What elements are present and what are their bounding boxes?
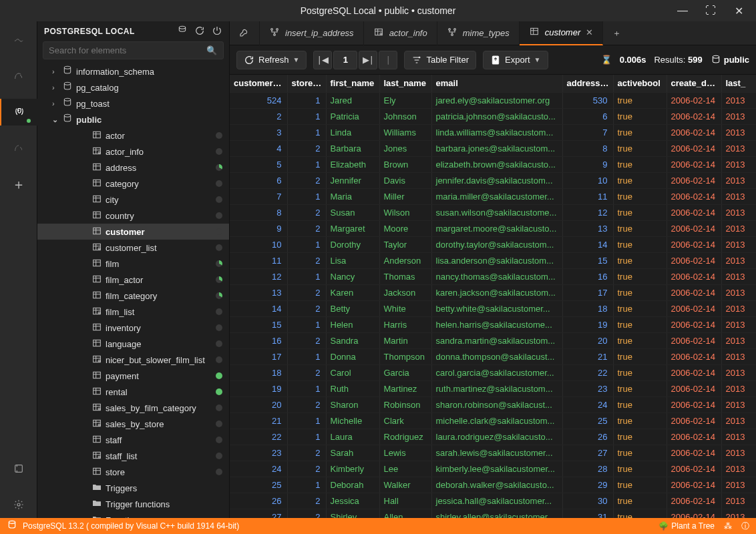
conn-generic-icon[interactable]	[5, 135, 32, 162]
status-gear-icon[interactable]: ⁂	[724, 521, 732, 531]
tree-item-payment[interactable]: payment	[37, 368, 229, 384]
table-row[interactable]: 251DeborahWalkerdeborah.walker@sakilacus…	[230, 477, 756, 493]
col-last_name[interactable]: last_name	[379, 75, 431, 92]
col-store_id[interactable]: store_id	[287, 75, 326, 92]
data-grid[interactable]: customer_idstore_idfirst_namelast_nameem…	[230, 75, 756, 518]
page-number[interactable]: 1	[333, 51, 357, 69]
tree-item-country[interactable]: country	[37, 208, 229, 224]
tree-item-film-list[interactable]: film_list	[37, 304, 229, 320]
filter-button[interactable]: Table Filter	[404, 51, 476, 69]
tree-item-functions[interactable]: Functions	[37, 512, 229, 518]
tree-item-nicer-but-slower-film-list[interactable]: nicer_but_slower_film_list	[37, 352, 229, 368]
tab-tool[interactable]	[230, 21, 260, 45]
tab-close-icon[interactable]: ✕	[586, 27, 593, 37]
tree[interactable]: ›information_schema›pg_catalog›pg_toast⌄…	[37, 63, 229, 518]
table-row[interactable]: 62JenniferDavisjennifer.davis@sakilacust…	[230, 172, 756, 188]
tree-item-customer[interactable]: customer	[37, 224, 229, 240]
table-row[interactable]: 262JessicaHalljessica.hall@sakilacustome…	[230, 493, 756, 509]
close-icon[interactable]: ✕	[732, 5, 745, 17]
tab-customer[interactable]: customer✕	[520, 21, 603, 45]
maximize-icon[interactable]: ⛶	[704, 5, 717, 17]
table-row[interactable]: 162SandraMartinsandra.martin@sakilacusto…	[230, 332, 756, 348]
table-row[interactable]: 272ShirleyAllenshirley.allen@sakilacusto…	[230, 509, 756, 518]
table-row[interactable]: 211MichelleClarkmichelle.clark@sakilacus…	[230, 413, 756, 429]
tree-item-sales-by-store[interactable]: sales_by_store	[37, 416, 229, 432]
col-create_date[interactable]: create_date	[667, 75, 721, 92]
schema-badge[interactable]: public	[711, 55, 749, 65]
page-first-button[interactable]: ∣◀	[313, 51, 332, 69]
table-row[interactable]: 82SusanWilsonsusan.wilson@sakilacustome.…	[230, 204, 756, 220]
tree-item-film-actor[interactable]: film_actor	[37, 272, 229, 288]
tree-item-inventory[interactable]: inventory	[37, 320, 229, 336]
minimize-icon[interactable]: —	[676, 5, 689, 17]
table-row[interactable]: 112LisaAndersonlisa.anderson@sakilacusto…	[230, 252, 756, 268]
tree-item-staff[interactable]: staff	[37, 432, 229, 448]
conn-mysql-icon[interactable]	[5, 63, 32, 89]
table-row[interactable]: 142BettyWhitebetty.white@sakilacustomer.…	[230, 300, 756, 316]
tree-item-actor-info[interactable]: actor_info	[37, 144, 229, 160]
tab-actor_info[interactable]: actor_info	[364, 21, 437, 45]
tree-item-film-category[interactable]: film_category	[37, 288, 229, 304]
plant-tree-button[interactable]: 🌳 Plant a Tree	[658, 521, 715, 531]
table-row[interactable]: 101DorothyTaylordorothy.taylor@sakilacus…	[230, 236, 756, 252]
table-row[interactable]: 31LindaWilliamslinda.williams@sakilacust…	[230, 124, 756, 140]
table-row[interactable]: 191RuthMartinezruth.martinez@sakilacusto…	[230, 380, 756, 396]
table-row[interactable]: 151HelenHarrishelen.harris@sakilacustome…	[230, 316, 756, 332]
window-title: PostgreSQL Local • public • customer	[301, 5, 456, 16]
table-row[interactable]: 42BarbaraJonesbarbara.jones@sakilacustom…	[230, 140, 756, 156]
conn-postgres-icon[interactable]	[0, 99, 37, 125]
tree-item-film[interactable]: film	[37, 256, 229, 272]
tab-insert_ip_address[interactable]: insert_ip_address	[260, 21, 364, 45]
col-last_[interactable]: last_	[721, 75, 756, 92]
table-row[interactable]: 171DonnaThompsondonna.thompson@sakilacus…	[230, 348, 756, 364]
tree-item-pg-toast[interactable]: ›pg_toast	[37, 95, 229, 111]
tree-item-store[interactable]: store	[37, 464, 229, 480]
table-row[interactable]: 71MariaMillermaria.miller@sakilacustomer…	[230, 188, 756, 204]
power-icon[interactable]	[212, 25, 222, 38]
col-email[interactable]: email	[431, 75, 562, 92]
export-button[interactable]: Export ▼	[483, 51, 548, 69]
table-row[interactable]: 182CarolGarciacarol.garcia@sakilacustome…	[230, 364, 756, 380]
tree-item-information-schema[interactable]: ›information_schema	[37, 63, 229, 79]
new-tab-button[interactable]: ＋	[603, 27, 630, 39]
tree-item-customer-list[interactable]: customer_list	[37, 240, 229, 256]
history-icon[interactable]	[5, 455, 32, 482]
conn-seal-icon[interactable]	[5, 27, 32, 53]
status-info-icon[interactable]: ⓘ	[741, 521, 749, 532]
tree-item-pg-catalog[interactable]: ›pg_catalog	[37, 79, 229, 95]
table-row[interactable]: 121NancyThomasnancy.thomas@sakilacustom.…	[230, 268, 756, 284]
db-stack-icon[interactable]	[177, 25, 188, 38]
tree-item-public[interactable]: ⌄public	[37, 111, 229, 127]
tree-item-actor[interactable]: actor	[37, 127, 229, 144]
table-row[interactable]: 242KimberlyLeekimberly.lee@sakilacustome…	[230, 461, 756, 477]
tree-item-trigger-functions[interactable]: Trigger functions	[37, 496, 229, 512]
col-activebool[interactable]: activebool	[613, 75, 667, 92]
add-connection-icon[interactable]: ＋	[5, 171, 32, 198]
settings-icon[interactable]	[5, 491, 32, 518]
col-customer_id[interactable]: customer_id	[230, 75, 287, 92]
search-input[interactable]	[43, 41, 224, 59]
tree-item-city[interactable]: city	[37, 192, 229, 208]
tree-item-category[interactable]: category	[37, 176, 229, 192]
tree-item-address[interactable]: address	[37, 160, 229, 176]
tab-mime_types[interactable]: mime_types	[437, 21, 520, 45]
page-next-button[interactable]: ▶∣	[359, 51, 377, 69]
table-row[interactable]: 221LauraRodriguezlaura.rodriguez@sakilac…	[230, 429, 756, 445]
table-row[interactable]: 51ElizabethBrownelizabeth.brown@sakilacu…	[230, 156, 756, 172]
table-row[interactable]: 21PatriciaJohnsonpatricia.johnson@sakila…	[230, 108, 756, 124]
table-row[interactable]: 92MargaretMooremargaret.moore@sakilacust…	[230, 220, 756, 236]
table-row[interactable]: 5241JaredElyjared.ely@sakilacustomer.org…	[230, 92, 756, 108]
tree-item-sales-by-film-category[interactable]: sales_by_film_category	[37, 400, 229, 416]
tree-item-rental[interactable]: rental	[37, 384, 229, 400]
table-row[interactable]: 232SarahLewissarah.lewis@sakilacustomer.…	[230, 445, 756, 461]
col-first_name[interactable]: first_name	[326, 75, 379, 92]
table-row[interactable]: 202SharonRobinsonsharon.robinson@sakilac…	[230, 396, 756, 413]
table-row[interactable]: 132KarenJacksonkaren.jackson@sakilacusto…	[230, 284, 756, 300]
col-address_id[interactable]: address_id	[562, 75, 613, 92]
refresh-button[interactable]: Refresh ▼	[236, 51, 307, 69]
tree-item-language[interactable]: language	[37, 336, 229, 352]
status-engine: PostgreSQL 13.2 ( compiled by Visual C++…	[23, 521, 239, 531]
refresh-icon[interactable]	[194, 25, 205, 38]
tree-item-triggers[interactable]: Triggers	[37, 480, 229, 496]
tree-item-staff-list[interactable]: staff_list	[37, 448, 229, 464]
